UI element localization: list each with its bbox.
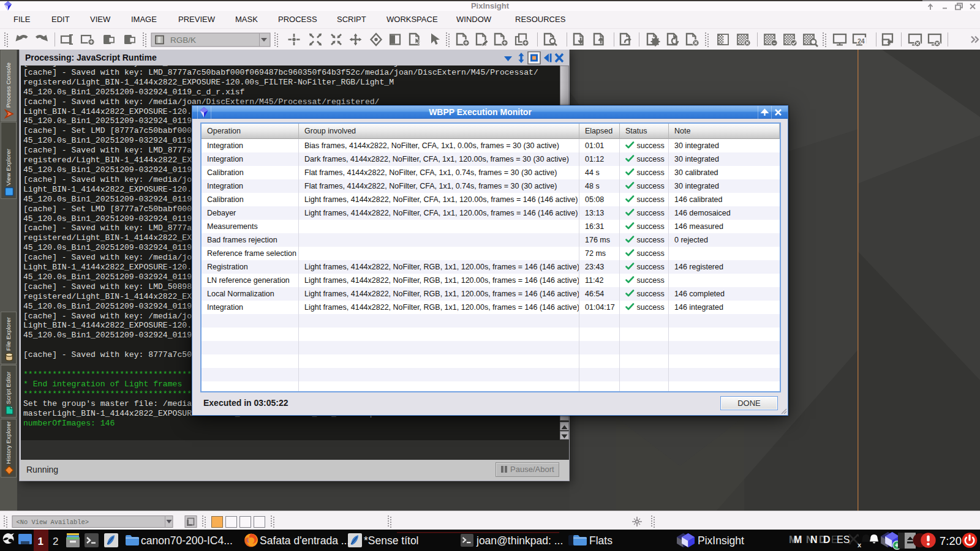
svg-text:RGB/K: RGB/K xyxy=(170,36,196,45)
svg-text:1: 1 xyxy=(38,536,43,547)
svg-text:2: 2 xyxy=(53,536,58,547)
svg-text:<No View Available>: <No View Available> xyxy=(17,519,89,526)
svg-text:24: 24 xyxy=(858,37,865,45)
svg-text:x: x xyxy=(858,541,862,549)
